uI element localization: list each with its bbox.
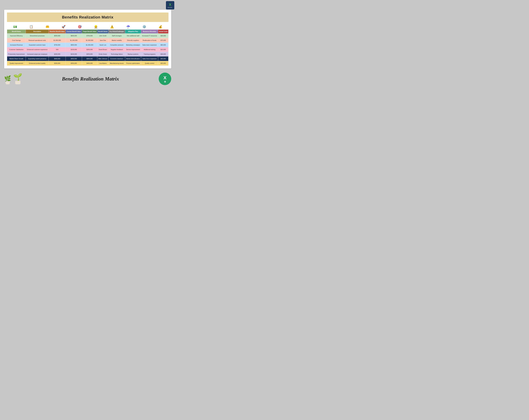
cell-current: $900,000 [66,43,82,47]
cell-benefit_name: Productivity Improvement [7,52,26,56]
title-banner: Benefits Realization Matrix [7,13,169,22]
cell-benefit_name: Quality Improvement [7,61,26,66]
cell-owner: Mike Johnson [97,56,109,61]
cell-description: Reduced operational costs [26,38,49,43]
cell-benefit_name: Improved Efficiency [7,34,26,38]
icon-current: 🚀 [55,24,72,29]
cell-resource: Sales force expansion [141,56,158,61]
cell-mitigation: Market diversification [125,56,141,61]
cell-owner: Lisa Adams [97,61,109,66]
th-benefit-name: Benefit Name [7,30,26,34]
icon-description: 📋 [23,24,39,29]
plant-leaves-1: 🌿 [4,76,11,81]
th-owner: Benefit Owner [97,30,109,34]
icon-benefit-name: 💵 [7,24,23,29]
cell-target: $400,000 [82,61,97,66]
excel-corner-icon: X EXCEL [166,1,174,10]
icon-resource: ⚙️ [136,24,152,29]
cell-actual: $40,000 [158,56,169,61]
excel-badge: X ▦ [159,73,171,85]
cell-current: $600,000 [66,34,82,38]
cell-target: $200,000 [82,47,97,52]
th-current: Current Benefit Value [66,30,82,34]
cell-actual: $10,000 [158,47,169,52]
icon-baseline: 🤲 [39,24,55,29]
cell-current: $220,000 [66,52,82,56]
icon-actual: 💰 [152,24,169,29]
th-target: Target Benefit Value [82,30,97,34]
cell-risks: Staff shortages [108,34,125,38]
cell-resource: Sales team expansion [141,43,158,47]
cell-resource: Increased IT resources [141,34,158,38]
th-resource: Resource Allocation [141,30,158,34]
cell-mitigation: Process optimization [125,61,141,66]
cell-resource: Reallocation of funds [141,38,158,43]
cell-description: Expanding market presence [26,56,49,61]
th-actual: Actual Costs [158,30,169,34]
table-row: Productivity ImprovementIncreased output… [7,52,169,56]
cell-description: Enhanced product quality [26,61,49,66]
cell-mitigation: Marketing campaigns [125,43,141,47]
cell-target: $1,000,000 [82,43,97,47]
cell-baseline: $750,000 [49,43,66,47]
excel-badge-grid: ▦ [164,80,166,83]
icon-target: 🎯 [72,24,88,29]
plant-2: 🌱 [13,73,22,84]
cell-risks: Market volatility [108,38,125,43]
th-mitigation: Mitigation Plan [125,30,141,34]
cell-baseline: N/A [49,47,66,52]
cell-benefit_name: Cost Savings [7,38,26,43]
cell-benefit_name: Customer Satisfaction [7,47,26,52]
cell-baseline: $400,000 [49,56,66,61]
cell-current: $450,000 [66,56,82,61]
th-risks: Key Risks/Challenges [108,30,125,34]
cell-actual: $75,000 [158,38,169,43]
cell-risks: Manufacturing issues [108,61,125,66]
cell-risks: Negative feedback [108,47,125,52]
icons-row: 💵 📋 🤲 🚀 🎯 👷 ⚠️ ☂️ ⚙️ 💰 [7,24,169,29]
icon-owner: 👷 [88,24,104,29]
icon-mitigation: ☂️ [120,24,136,29]
cell-benefit_name: Increased Revenue [7,43,26,47]
bottom-section: 🌿 🌱 Benefits Realization Matrix X ▦ [4,71,171,87]
table-row: Market Share GrowthExpanding market pres… [7,56,169,61]
cell-description: Streamlined processes [26,34,49,38]
table-row: Improved EfficiencyStreamlined processes… [7,34,169,38]
bottom-title: Benefits Realization Matrix [22,76,159,82]
cell-current: $350,000 [66,61,82,66]
table-row: Cost SavingsReduced operational costs$1,… [7,38,169,43]
cell-description: Increased output per employee [26,52,49,56]
th-baseline: Baseline Benefit Value [49,30,66,34]
cell-baseline: $1,000,000 [49,38,66,43]
cell-owner: Emily Green [97,52,109,56]
table-row: Increased RevenueExpanded customer base$… [7,43,169,47]
cell-risks: Technology failure [108,52,125,56]
cell-actual: $30,000 [158,52,169,56]
cell-resource: Additional training [141,47,158,52]
cell-resource: Training programs [141,52,158,56]
cell-mitigation: Diversify suppliers [125,38,141,43]
plants-area: 🌿 🌱 [4,73,22,84]
excel-badge-x: X [163,75,166,80]
cell-mitigation: Service improvement [125,47,141,52]
cell-risks: Competitor pressure [108,43,125,47]
cell-baseline: $300,000 [49,61,66,66]
cell-owner: Jane Doe [97,38,109,43]
cell-actual: $60,000 [158,43,169,47]
cell-owner: John Smith [97,34,109,38]
plant-pot-2 [15,81,20,84]
plant-pot-1 [6,81,10,84]
excel-label: EXCEL [168,7,173,8]
table-header-row: Benefit Name Description Baseline Benefi… [7,30,169,34]
cell-owner: David Brown [97,47,109,52]
cell-benefit_name: Market Share Growth [7,56,26,61]
cell-current: $100,000 [66,47,82,52]
th-description: Description [26,30,49,34]
cell-target: $750,000 [82,34,97,38]
plant-1: 🌿 [4,76,11,84]
cell-risks: Economic downturn [108,56,125,61]
table-row: Quality ImprovementEnhanced product qual… [7,61,169,66]
cell-target: $500,000 [82,56,97,61]
cell-actual: $30,000 [158,34,169,38]
main-card: Benefits Realization Matrix 💵 📋 🤲 🚀 🎯 👷 … [4,10,171,68]
